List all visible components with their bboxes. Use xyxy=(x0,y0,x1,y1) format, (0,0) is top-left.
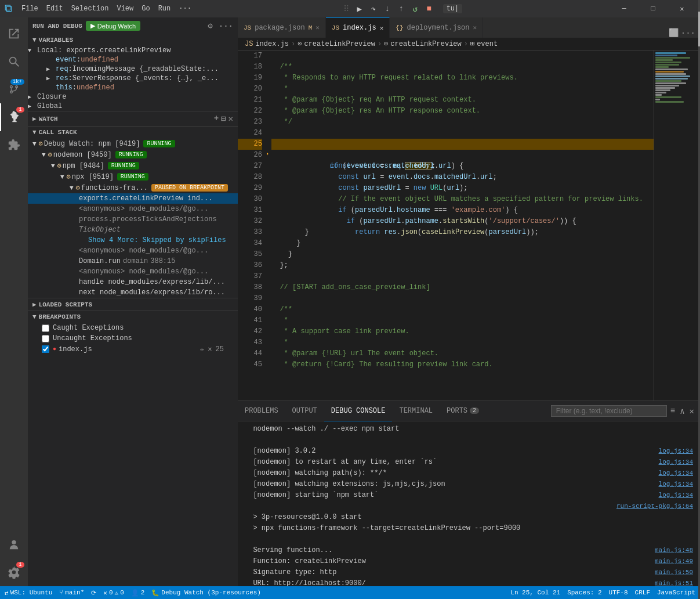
status-sync[interactable]: ⟳ xyxy=(91,589,96,597)
continue-button[interactable]: ▶ xyxy=(354,3,365,15)
console-link[interactable]: log.js:34 xyxy=(659,479,693,490)
tab-package-json[interactable]: JS package.json M ✕ xyxy=(238,17,326,38)
tab-close-button[interactable]: ✕ xyxy=(380,24,384,32)
status-eol[interactable]: CRLF xyxy=(635,589,650,596)
panel-tab-output[interactable]: OUTPUT xyxy=(285,401,324,421)
step-into-button[interactable]: ↓ xyxy=(382,3,393,15)
menu-selection[interactable]: Selection xyxy=(71,5,109,13)
callstack-item[interactable]: next node_modules/express/lib/ro... xyxy=(28,287,238,298)
menu-run[interactable]: Run xyxy=(158,5,171,13)
console-link[interactable]: log.js:34 xyxy=(659,457,693,468)
index-js-checkbox[interactable] xyxy=(42,345,49,353)
stop-button[interactable]: ■ xyxy=(423,3,435,15)
remove-breakpoint-icon[interactable]: ✕ xyxy=(208,345,212,353)
panel-tab-ports[interactable]: PORTS 2 xyxy=(440,401,486,421)
panel-close-icon[interactable]: ✕ xyxy=(688,405,695,417)
callstack-header[interactable]: ▼ CALL STACK xyxy=(28,127,238,138)
status-wsl[interactable]: ⇄ WSL: Ubuntu xyxy=(5,589,52,597)
status-branch[interactable]: ⑂ main* xyxy=(59,589,84,596)
tab-close-button[interactable]: ✕ xyxy=(315,24,320,31)
callstack-item[interactable]: <anonymous> node_modules/@go... xyxy=(28,246,238,256)
status-spaces[interactable]: Spaces: 2 xyxy=(567,589,601,596)
callstack-item[interactable]: Domain.run domain 388:15 xyxy=(28,256,238,266)
console-link[interactable]: main.js:48 xyxy=(655,545,693,556)
callstack-item[interactable]: handle node_modules/express/lib/... xyxy=(28,277,238,287)
breadcrumb-func[interactable]: createLinkPreview xyxy=(304,40,375,48)
menu-view[interactable]: View xyxy=(117,5,133,13)
menu-file[interactable]: File xyxy=(21,5,38,13)
activity-source-control[interactable]: 1k+ xyxy=(0,75,28,103)
console-link[interactable]: log.js:34 xyxy=(659,468,693,479)
var-item-event[interactable]: event : undefined xyxy=(28,55,238,64)
var-item-req[interactable]: ▶ req : IncomingMessage {_readableState:… xyxy=(28,64,238,74)
callstack-item[interactable]: TickObject xyxy=(28,225,238,235)
callstack-item[interactable]: process.processTicksAndRejections xyxy=(28,214,238,225)
callstack-item[interactable]: exports.createLinkPreview ind... xyxy=(28,193,238,204)
restart-button[interactable]: ↺ xyxy=(409,3,421,15)
console-link[interactable]: main.js:49 xyxy=(655,556,693,567)
close-button[interactable]: ✕ xyxy=(669,0,695,17)
panel-tab-terminal[interactable]: TERMINAL xyxy=(392,401,440,421)
menu-go[interactable]: Go xyxy=(142,5,150,13)
menu-more[interactable]: ··· xyxy=(179,5,191,13)
status-errors[interactable]: ✕ 0 ⚠ 0 xyxy=(103,589,124,597)
activity-debug[interactable]: 1 xyxy=(0,103,28,131)
activity-settings[interactable]: 1 xyxy=(0,558,28,586)
activity-search[interactable] xyxy=(0,48,28,75)
edit-breakpoint-icon[interactable]: ✏ xyxy=(200,345,204,353)
breadcrumb-event[interactable]: event xyxy=(477,40,498,48)
console-link[interactable]: main.js:51 xyxy=(655,578,693,586)
run-debug-button[interactable]: ▶ Debug Watch xyxy=(86,21,140,31)
panel-tab-problems[interactable]: PROBLEMS xyxy=(238,401,285,421)
watch-header[interactable]: ▶ WATCH + ⊟ ✕ xyxy=(28,111,238,126)
code-content[interactable]: /** * Responds to any HTTP request relat… xyxy=(267,50,654,400)
status-persons[interactable]: 👤 2 xyxy=(131,589,145,597)
tab-index-js[interactable]: JS index.js ✕ xyxy=(326,17,390,38)
bp-caught-exceptions[interactable]: Caught Exceptions xyxy=(28,323,238,333)
var-item-closure[interactable]: ▶ Closure xyxy=(28,92,238,102)
debug-more-icon[interactable]: ··· xyxy=(219,21,233,31)
bp-uncaught-exceptions[interactable]: Uncaught Exceptions xyxy=(28,333,238,344)
tab-close-button[interactable]: ✕ xyxy=(473,24,477,31)
uncaught-exceptions-checkbox[interactable] xyxy=(42,335,49,342)
loaded-scripts-header[interactable]: ▶ LOADED SCRIPTS xyxy=(28,298,238,311)
step-out-button[interactable]: ↑ xyxy=(396,3,407,15)
bp-index-js[interactable]: ● index.js ✏ ✕ 25 xyxy=(28,344,238,355)
split-editor-icon[interactable]: ⬜ xyxy=(669,28,679,38)
watch-remove-icon[interactable]: ✕ xyxy=(229,114,233,124)
status-language[interactable]: JavaScript xyxy=(657,589,695,596)
callstack-item[interactable]: ▼ ⚙ nodemon [9450] RUNNING xyxy=(28,149,238,160)
variables-header[interactable]: ▼ VARIABLES xyxy=(28,34,238,46)
menu-edit[interactable]: Edit xyxy=(46,5,63,13)
console-filter-input[interactable] xyxy=(551,405,667,417)
callstack-item[interactable]: ▼ ⚙ Debug Watch: npm [9419] RUNNING xyxy=(28,138,238,149)
collapse-icon[interactable]: ≡ xyxy=(669,405,676,417)
breakpoints-header[interactable]: ▼ BREAKPOINTS xyxy=(28,311,238,323)
callstack-show-more[interactable]: Show 4 More: Skipped by skipFiles xyxy=(28,235,238,246)
var-item-this[interactable]: this : undefined xyxy=(28,83,238,92)
callstack-item[interactable]: ▼ ⚙ functions-fra... PAUSED ON BREAKPOIN… xyxy=(28,182,238,193)
step-over-button[interactable]: ↷ xyxy=(368,3,379,15)
console-link[interactable]: log.js:34 xyxy=(659,446,693,457)
activity-extensions[interactable] xyxy=(0,131,28,159)
debug-settings-icon[interactable]: ⚙ xyxy=(208,21,212,31)
maximize-button[interactable]: □ xyxy=(640,0,666,17)
panel-up-icon[interactable]: ∧ xyxy=(679,405,686,417)
show-more-link[interactable]: Show 4 More: Skipped by skipFiles xyxy=(88,236,226,244)
minimize-button[interactable]: ─ xyxy=(611,0,637,17)
console-link[interactable]: main.js:50 xyxy=(655,567,693,578)
callstack-item[interactable]: ▼ ⚙ npm [9484] RUNNING xyxy=(28,160,238,171)
tab-deployment-json[interactable]: {} deployment.json ✕ xyxy=(390,17,483,38)
var-item-global[interactable]: ▶ Global xyxy=(28,102,238,111)
status-debug-session[interactable]: 🐛 Debug Watch (3p-resources) xyxy=(151,589,261,597)
activity-account[interactable] xyxy=(0,531,28,558)
var-item-res[interactable]: ▶ res : ServerResponse {_events: {…}, _e… xyxy=(28,74,238,83)
callstack-item[interactable]: ▼ ⚙ npx [9519] RUNNING xyxy=(28,171,238,182)
panel-tab-debug-console[interactable]: DEBUG CONSOLE xyxy=(324,401,393,421)
callstack-item[interactable]: <anonymous> node_modules/@go... xyxy=(28,266,238,277)
watch-add-icon[interactable]: + xyxy=(214,114,219,124)
breadcrumb-file[interactable]: index.js xyxy=(255,40,289,48)
var-item-local[interactable]: ▼ Local: exports.createLinkPreview xyxy=(28,46,238,55)
watch-collapse-icon[interactable]: ⊟ xyxy=(221,114,226,124)
status-encoding[interactable]: UTF-8 xyxy=(609,589,628,596)
